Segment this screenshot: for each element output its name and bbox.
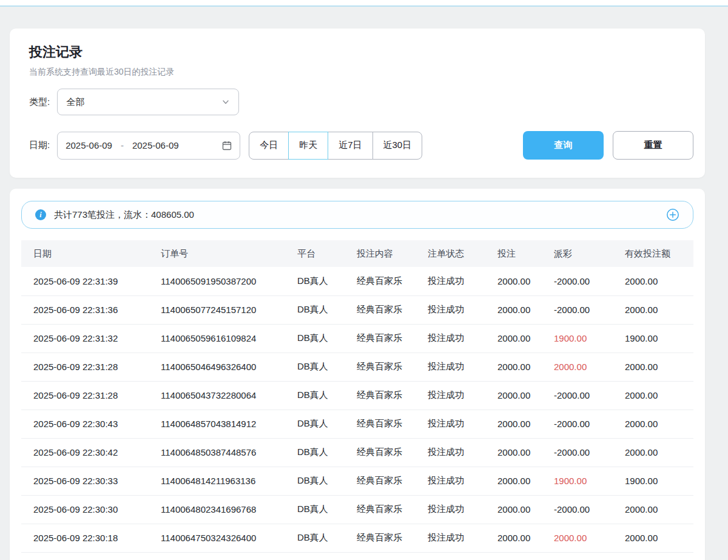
cell-bet: 2000.00	[497, 324, 554, 353]
cell-order: 1140065091950387200	[161, 267, 297, 295]
cell-content: 经典百家乐	[357, 495, 428, 524]
cell-platform: DB真人	[297, 495, 357, 524]
cell-status: 投注成功	[428, 410, 497, 438]
cell-valid: 2000.00	[625, 438, 693, 467]
col-header-content: 投注内容	[357, 240, 428, 267]
cell-status: 投注成功	[428, 353, 497, 381]
cell-content: 经典百家乐	[357, 410, 428, 438]
cell-valid: 2000.00	[625, 353, 693, 381]
col-header-status: 注单状态	[428, 240, 497, 267]
cell-date: 2025-06-09 22:30:33	[21, 467, 161, 495]
info-icon: i	[35, 209, 46, 220]
query-button[interactable]: 查询	[523, 131, 604, 160]
cell-valid: 2000.00	[625, 410, 693, 438]
cell-status: 投注成功	[428, 267, 497, 295]
quick-date-button-4[interactable]: 近30日	[372, 132, 423, 160]
table-row: 2025-06-09 22:30:421140064850387448576DB…	[21, 438, 693, 467]
type-select-value: 全部	[66, 96, 84, 108]
cell-bet: 2000.00	[497, 467, 554, 495]
cell-order: 1140065043732280064	[161, 381, 297, 410]
cell-bet: 2000.00	[497, 524, 554, 552]
cell-platform: DB真人	[297, 438, 357, 467]
cell-valid: 2000.00	[625, 524, 693, 552]
table-row: 2025-06-09 22:31:281140065043732280064DB…	[21, 381, 693, 410]
type-filter-row: 类型: 全部	[29, 89, 693, 115]
cell-order: 1140064850387448576	[161, 438, 297, 467]
cell-status: 投注成功	[428, 324, 497, 353]
table-row: 2025-06-09 22:31:281140065046496326400DB…	[21, 353, 693, 381]
cell-payout: -2000.00	[554, 438, 625, 467]
cell-payout: -2000.00	[554, 267, 625, 295]
cell-content: 经典百家乐	[357, 524, 428, 552]
cell-order: 1140064802341696768	[161, 495, 297, 524]
cell-payout: 1900.00	[554, 467, 625, 495]
top-bar	[0, 0, 728, 7]
cell-order: 1140065059616109824	[161, 324, 297, 353]
bet-records-table: 日期 订单号 平台 投注内容 注单状态 投注 派彩 有效投注额 2025-06-…	[21, 240, 693, 553]
table-row: 2025-06-09 22:30:331140064814211963136DB…	[21, 467, 693, 495]
quick-date-button-3[interactable]: 近7日	[328, 132, 372, 160]
cell-order: 1140064857043814912	[161, 410, 297, 438]
summary-text: 共计773笔投注，流水：408605.00	[54, 209, 194, 221]
cell-platform: DB真人	[297, 353, 357, 381]
cell-platform: DB真人	[297, 381, 357, 410]
cell-valid: 1900.00	[625, 467, 693, 495]
table-row: 2025-06-09 22:30:181140064750324326400DB…	[21, 524, 693, 552]
cell-date: 2025-06-09 22:31:28	[21, 353, 161, 381]
cell-valid: 2000.00	[625, 495, 693, 524]
table-row: 2025-06-09 22:30:301140064802341696768DB…	[21, 495, 693, 524]
cell-order: 1140064814211963136	[161, 467, 297, 495]
date-range-input[interactable]: 2025-06-09 - 2025-06-09	[57, 132, 240, 160]
cell-content: 经典百家乐	[357, 438, 428, 467]
cell-bet: 2000.00	[497, 410, 554, 438]
cell-content: 经典百家乐	[357, 353, 428, 381]
cell-payout: 2000.00	[554, 524, 625, 552]
cell-status: 投注成功	[428, 438, 497, 467]
cell-content: 经典百家乐	[357, 324, 428, 353]
chevron-down-icon	[221, 98, 230, 106]
cell-content: 经典百家乐	[357, 381, 428, 410]
cell-date: 2025-06-09 22:30:18	[21, 524, 161, 552]
cell-content: 经典百家乐	[357, 267, 428, 295]
summary-bar: i 共计773笔投注，流水：408605.00	[21, 201, 693, 229]
cell-date: 2025-06-09 22:30:30	[21, 495, 161, 524]
col-header-order: 订单号	[161, 240, 297, 267]
action-buttons: 查询 重置	[523, 131, 693, 160]
cell-platform: DB真人	[297, 267, 357, 295]
cell-bet: 2000.00	[497, 267, 554, 295]
cell-bet: 2000.00	[497, 353, 554, 381]
table-row: 2025-06-09 22:31:361140065077245157120DB…	[21, 295, 693, 324]
cell-valid: 2000.00	[625, 267, 693, 295]
date-label: 日期:	[29, 140, 50, 151]
col-header-platform: 平台	[297, 240, 357, 267]
date-end-value: 2025-06-09	[132, 140, 179, 150]
table-body: 2025-06-09 22:31:391140065091950387200DB…	[21, 267, 693, 552]
cell-payout: 2000.00	[554, 353, 625, 381]
quick-date-button-1[interactable]: 今日	[249, 132, 289, 160]
table-header: 日期 订单号 平台 投注内容 注单状态 投注 派彩 有效投注额	[21, 240, 693, 267]
reset-button[interactable]: 重置	[613, 131, 693, 160]
plus-circle-icon[interactable]	[666, 208, 679, 221]
page-subtitle: 当前系统支持查询最近30日的投注记录	[29, 67, 693, 78]
cell-content: 经典百家乐	[357, 295, 428, 324]
cell-date: 2025-06-09 22:31:39	[21, 267, 161, 295]
cell-platform: DB真人	[297, 524, 357, 552]
cell-status: 投注成功	[428, 295, 497, 324]
cell-valid: 2000.00	[625, 381, 693, 410]
cell-platform: DB真人	[297, 467, 357, 495]
cell-payout: 1900.00	[554, 324, 625, 353]
cell-payout: -2000.00	[554, 495, 625, 524]
results-card: i 共计773笔投注，流水：408605.00 日期 订单号 平台 投注内容 注…	[10, 189, 705, 560]
quick-date-button-2[interactable]: 昨天	[288, 132, 328, 160]
cell-date: 2025-06-09 22:31:28	[21, 381, 161, 410]
type-select[interactable]: 全部	[57, 89, 239, 115]
cell-order: 1140064750324326400	[161, 524, 297, 552]
cell-order: 1140065077245157120	[161, 295, 297, 324]
cell-order: 1140065046496326400	[161, 353, 297, 381]
type-label: 类型:	[29, 96, 50, 108]
cell-bet: 2000.00	[497, 438, 554, 467]
col-header-bet: 投注	[497, 240, 554, 267]
cell-date: 2025-06-09 22:30:43	[21, 410, 161, 438]
calendar-icon	[222, 141, 232, 150]
cell-valid: 1900.00	[625, 324, 693, 353]
